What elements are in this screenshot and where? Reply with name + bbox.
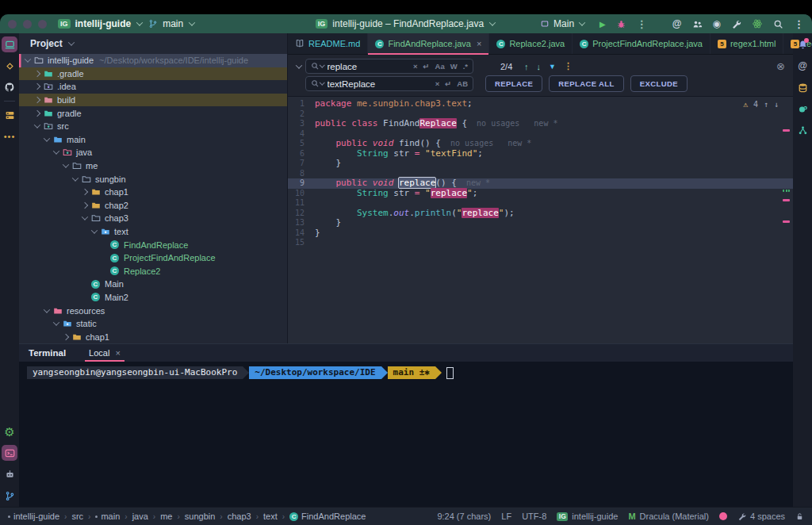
chevron-down-icon[interactable] xyxy=(53,148,59,155)
inspections-widget[interactable]: ⚠ 4 ↑ ↓ xyxy=(743,100,779,110)
collapse-find-icon[interactable] xyxy=(293,64,305,69)
window-controls[interactable] xyxy=(8,20,47,29)
problems-icon[interactable] xyxy=(2,466,17,482)
chevron-down-icon[interactable] xyxy=(25,56,31,63)
minimize-window-icon[interactable] xyxy=(23,20,32,29)
replace-history-icon[interactable] xyxy=(311,79,324,88)
chevron-down-icon[interactable] xyxy=(91,227,98,233)
tree-item-chap3[interactable]: chap3 xyxy=(19,212,287,225)
tree-item-main[interactable]: main xyxy=(19,133,287,147)
run-configuration-selector[interactable]: Main xyxy=(540,18,586,29)
exclude-button[interactable]: EXCLUDE xyxy=(630,75,688,92)
preserve-case-icon[interactable]: AB xyxy=(457,79,468,88)
breadcrumb-text[interactable]: text xyxy=(263,512,278,521)
version-control-icon[interactable] xyxy=(2,488,17,504)
previous-occurrence-icon[interactable]: ↑ xyxy=(524,62,529,71)
project-selector[interactable]: intellij-guide xyxy=(75,18,132,29)
chevron-right-icon[interactable] xyxy=(34,97,40,103)
notifications-icon[interactable] xyxy=(795,36,810,52)
tree-item-chap2[interactable]: chap2 xyxy=(19,199,287,213)
tree-item-replace2[interactable]: CReplace2 xyxy=(19,265,287,278)
indent-widget[interactable]: 4 spaces xyxy=(737,512,785,521)
project-icon[interactable] xyxy=(2,36,17,52)
filter-search-results-icon[interactable]: ▼ xyxy=(549,63,556,71)
chevron-right-icon[interactable] xyxy=(63,334,69,340)
chevron-down-icon[interactable] xyxy=(34,122,40,128)
whole-words-icon[interactable]: W xyxy=(450,62,458,71)
replace-button[interactable]: REPLACE xyxy=(485,75,542,92)
ai-chat-icon[interactable]: @ xyxy=(795,58,810,74)
close-tab-icon[interactable]: × xyxy=(477,39,481,48)
tree-item-gradle[interactable]: gradle xyxy=(19,106,287,120)
breadcrumb-java[interactable]: java xyxy=(132,512,148,521)
chevron-down-icon[interactable] xyxy=(72,174,79,181)
accent-color[interactable] xyxy=(719,512,727,520)
chevron-right-icon[interactable] xyxy=(82,189,88,195)
tab-readme.md[interactable]: README.md xyxy=(288,33,368,54)
tree-item-chap1[interactable]: chap1 xyxy=(19,186,287,199)
breadcrumb-intellij-guide[interactable]: intellij-guide xyxy=(8,512,59,521)
next-occurrence-icon[interactable]: ↓ xyxy=(537,62,542,71)
replace-input-value[interactable]: textReplace xyxy=(327,79,432,89)
database-icon[interactable] xyxy=(795,79,810,95)
regex-icon[interactable]: .* xyxy=(463,62,468,71)
caret-position[interactable]: 9:24 (7 chars) xyxy=(437,512,491,521)
terminal-console[interactable]: yangseongbin@yangseongbin-ui-MacBookPro~… xyxy=(19,362,793,507)
clear-icon[interactable]: × xyxy=(435,79,440,88)
chevron-right-icon[interactable] xyxy=(34,109,40,116)
branch-selector[interactable]: main xyxy=(163,18,183,29)
chevron-down-icon[interactable] xyxy=(44,135,50,141)
newline-icon[interactable]: ↵ xyxy=(445,79,451,88)
run-button[interactable]: ▶ xyxy=(599,19,606,29)
chevron-down-icon[interactable] xyxy=(53,320,59,326)
chevron-down-icon[interactable] xyxy=(82,214,88,220)
more-tools-icon[interactable]: ••• xyxy=(2,128,17,144)
tree-item-text[interactable]: text xyxy=(19,225,287,239)
plugins-icon[interactable] xyxy=(752,18,763,29)
gradle-icon[interactable] xyxy=(795,101,810,117)
next-problem-icon[interactable]: ↓ xyxy=(774,100,779,110)
readonly-lock[interactable] xyxy=(795,512,804,521)
chevron-right-icon[interactable] xyxy=(82,202,88,209)
breadcrumb-src[interactable]: src xyxy=(71,512,83,521)
search-field[interactable]: replace ×↵AaW.* xyxy=(305,59,473,74)
tree-item-me[interactable]: me xyxy=(19,159,287,173)
chevron-right-icon[interactable] xyxy=(34,83,40,90)
commit-icon[interactable] xyxy=(2,58,17,74)
tree-item-java[interactable]: java xyxy=(19,146,287,159)
ai-assistant-icon[interactable]: @ xyxy=(672,19,682,29)
github-icon[interactable] xyxy=(2,79,17,95)
search-icon[interactable] xyxy=(773,19,783,29)
terminal-icon[interactable] xyxy=(2,445,17,461)
tree-item-resources[interactable]: resources xyxy=(19,304,287,317)
tree-item-chap1[interactable]: chap1 xyxy=(19,330,287,343)
breadcrumb-findandreplace[interactable]: CFindAndReplace xyxy=(289,512,366,521)
code-editor[interactable]: ⚠ 4 ↑ ↓ 1package me.sungbin.chap3.text;2… xyxy=(288,97,793,343)
replace-field[interactable]: textReplace ×↵AB xyxy=(305,76,473,91)
tab-findandreplace.java[interactable]: CFindAndReplace.java× xyxy=(368,33,489,54)
tree-item-findandreplace[interactable]: CFindAndReplace xyxy=(19,238,287,251)
close-window-icon[interactable] xyxy=(8,20,17,29)
line-separator[interactable]: LF xyxy=(501,512,511,521)
chevron-right-icon[interactable] xyxy=(34,71,40,77)
close-find-panel-icon[interactable]: ⊗ xyxy=(776,60,785,72)
chevron-down-icon[interactable] xyxy=(63,161,69,167)
tree-item-src[interactable]: src xyxy=(19,120,287,133)
structure-icon[interactable] xyxy=(2,107,17,123)
search-input-value[interactable]: replace xyxy=(327,62,411,71)
tree-item--gradle[interactable]: .gradle xyxy=(19,67,287,81)
project-panel-header[interactable]: Project xyxy=(19,33,287,54)
clear-icon[interactable]: × xyxy=(413,62,418,71)
tree-item-sungbin[interactable]: sungbin xyxy=(19,172,287,186)
more-options-icon[interactable]: ⋮ xyxy=(564,61,573,71)
tree-item-static[interactable]: static xyxy=(19,317,287,331)
close-terminal-tab-icon[interactable]: × xyxy=(115,348,120,358)
terminal-tab-local[interactable]: Local × xyxy=(86,344,123,362)
breadcrumb-chap3[interactable]: chap3 xyxy=(228,512,251,521)
search-history-icon[interactable] xyxy=(311,62,324,71)
tree-item-intellij-guide[interactable]: intellij-guide~/Desktop/workspace/IDE/in… xyxy=(19,54,287,67)
breadcrumb-me[interactable]: me xyxy=(160,512,172,521)
breadcrumb-sungbin[interactable]: sungbin xyxy=(185,512,216,521)
theme-widget[interactable]: MDracula (Material) xyxy=(628,512,709,522)
more-icon[interactable]: ⋮ xyxy=(794,19,804,29)
